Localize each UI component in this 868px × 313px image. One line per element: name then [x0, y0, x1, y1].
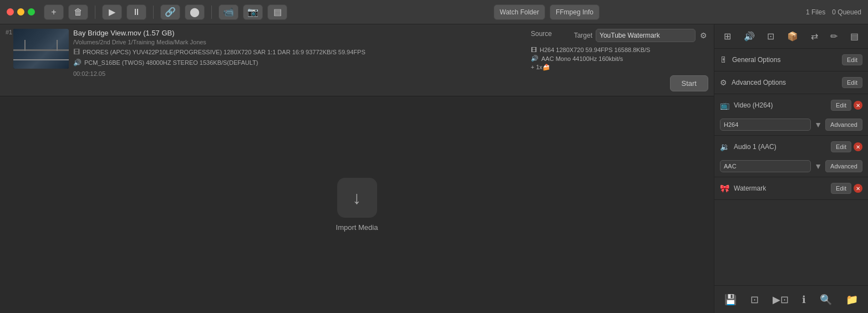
- audio-codec-chevron-icon[interactable]: ▼: [814, 162, 822, 171]
- circle-button[interactable]: ⬤: [185, 4, 205, 20]
- download-icon: ↓: [353, 188, 362, 208]
- caption-icon: ▤: [273, 7, 282, 17]
- target-audio-stream: 🔊 AAC Mono 44100Hz 160kbit/s: [531, 55, 708, 62]
- batch-icon[interactable]: ▶⊡: [770, 291, 791, 308]
- queued-count: 0 Queued: [832, 8, 861, 16]
- watermark-section-actions: Edit ✕: [831, 183, 862, 194]
- audio-section: 🔉 Audio 1 (AAC) Edit ✕ AAC ▼ Advanced: [714, 136, 868, 177]
- caption-button[interactable]: ▤: [267, 4, 287, 20]
- advanced-options-header: ⚙ Advanced Options Edit: [714, 71, 868, 94]
- file-path: /Volumes/2nd Drive 1/Training Media/Mark…: [73, 39, 526, 45]
- minimize-button[interactable]: [17, 8, 24, 16]
- target-video-stream: 🎞 H264 1280X720 59.94FPS 16588.8KB/S: [531, 47, 708, 53]
- audio-section-label: 🔉 Audio 1 (AAC): [720, 142, 776, 151]
- audio-edit-button[interactable]: Edit: [831, 141, 851, 152]
- pause-button[interactable]: ⏸: [126, 4, 146, 20]
- general-options-icon: 🎚: [720, 55, 728, 64]
- start-button[interactable]: Start: [670, 75, 708, 91]
- advanced-options-label: ⚙ Advanced Options: [720, 78, 786, 87]
- separator-2: [153, 6, 154, 19]
- export-icon[interactable]: ⊡: [748, 291, 761, 308]
- video-advanced-button[interactable]: Advanced: [825, 119, 862, 131]
- play-button[interactable]: ▶: [102, 4, 122, 20]
- watermark-edit-button[interactable]: Edit: [831, 183, 851, 194]
- close-button[interactable]: [7, 8, 14, 16]
- video-remove-button[interactable]: ✕: [854, 101, 862, 110]
- target-label: Target: [574, 32, 592, 39]
- separator-3: [211, 6, 212, 19]
- file-title: Bay Bridge View.mov (1.57 GB): [73, 29, 526, 37]
- advanced-options-section: ⚙ Advanced Options Edit: [714, 71, 868, 94]
- pause-icon: ⏸: [132, 7, 141, 17]
- video-stream-icon: 🎞: [73, 48, 80, 56]
- info-icon[interactable]: ℹ: [800, 291, 808, 308]
- video-section: 📺 Video (H264) Edit ✕ H264 ▼ Advanced: [714, 94, 868, 136]
- video-cam-button[interactable]: 📹: [219, 4, 238, 20]
- chapters-icon[interactable]: 📦: [785, 29, 800, 44]
- link-icon: 🔗: [165, 7, 176, 17]
- audio-advanced-button[interactable]: Advanced: [825, 160, 862, 172]
- audio-codec-row: AAC ▼ Advanced: [714, 158, 868, 177]
- general-options-section: 🎚 General Options Edit: [714, 49, 868, 71]
- audio-section-header: 🔉 Audio 1 (AAC) Edit ✕: [714, 136, 868, 158]
- target-settings-button[interactable]: ⚙: [699, 30, 708, 41]
- audio-section-actions: Edit ✕: [831, 141, 862, 152]
- audio-remove-button[interactable]: ✕: [854, 142, 862, 151]
- subtitle-settings-icon[interactable]: ⊡: [765, 29, 776, 44]
- right-top-icons: ⊞ 🔊 ⊡ 📦 ⇄ ✏ ▤: [714, 24, 868, 49]
- video-section-header: 📺 Video (H264) Edit ✕: [714, 94, 868, 116]
- file-thumbnail: [13, 29, 69, 69]
- search-icon[interactable]: 🔍: [818, 291, 834, 308]
- save-icon[interactable]: 💾: [722, 291, 739, 308]
- target-audio-icon: 🔊: [531, 55, 539, 62]
- circle-icon: ⬤: [190, 7, 200, 17]
- advanced-options-edit-button[interactable]: Edit: [842, 77, 862, 88]
- left-panel: #1 Bay Bridge View.mov (1.57 GB) /Volume…: [0, 24, 714, 313]
- general-options-edit-button[interactable]: Edit: [842, 54, 862, 65]
- ffmpeg-info-button[interactable]: FFmpeg Info: [550, 4, 600, 20]
- main-area: #1 Bay Bridge View.mov (1.57 GB) /Volume…: [0, 24, 868, 313]
- folder-icon[interactable]: 📁: [844, 291, 860, 308]
- general-options-header: 🎚 General Options Edit: [714, 49, 868, 71]
- watermark-section: 🎀 Watermark Edit ✕: [714, 177, 868, 200]
- advanced-options-icon: ⚙: [720, 78, 727, 87]
- drop-icon-box: ↓: [337, 178, 377, 218]
- camera-icon: 📷: [247, 7, 258, 17]
- general-options-label: 🎚 General Options: [720, 55, 780, 64]
- plus-icon: +: [51, 7, 56, 17]
- watch-folder-button[interactable]: Watch Folder: [494, 4, 545, 20]
- edit-icon[interactable]: ✏: [828, 29, 840, 44]
- target-streams: 🎞 H264 1280X720 59.94FPS 16588.8KB/S 🔊 A…: [531, 47, 708, 71]
- sync-icon[interactable]: ⇄: [809, 29, 820, 44]
- drop-zone[interactable]: ↓ Import Media: [0, 96, 714, 313]
- video-section-icon: 📺: [720, 101, 729, 110]
- target-extra: + 1x🍰: [531, 64, 708, 71]
- video-edit-button[interactable]: Edit: [831, 100, 851, 111]
- link-button[interactable]: 🔗: [160, 4, 180, 20]
- files-count: 1 Files: [806, 8, 825, 16]
- target-preset-dropdown[interactable]: YouTube Watermark: [596, 29, 696, 42]
- play-icon: ▶: [109, 7, 115, 17]
- audio-settings-icon[interactable]: 🔊: [742, 29, 757, 44]
- video-stream-info: 🎞 PRORES (APCS) YUV422P10LE(PROGRESSIVE)…: [73, 48, 526, 56]
- codec-chevron-icon[interactable]: ▼: [814, 120, 822, 129]
- watermark-section-label: 🎀 Watermark: [720, 184, 766, 193]
- add-button[interactable]: +: [44, 4, 64, 20]
- target-video-icon: 🎞: [531, 47, 537, 53]
- list-icon[interactable]: ▤: [848, 29, 861, 44]
- video-section-label: 📺 Video (H264): [720, 101, 773, 110]
- video-codec-dropdown[interactable]: H264: [720, 119, 811, 131]
- toolbar: + 🗑 ▶ ⏸ 🔗 ⬤ 📹 📷 ▤ Watch Folder FFmpeg In…: [0, 0, 868, 24]
- audio-codec-dropdown[interactable]: AAC: [720, 160, 811, 172]
- fullscreen-button[interactable]: [28, 8, 35, 16]
- video-section-actions: Edit ✕: [831, 100, 862, 111]
- audio-section-icon: 🔉: [720, 142, 729, 151]
- file-item[interactable]: #1 Bay Bridge View.mov (1.57 GB) /Volume…: [0, 24, 714, 96]
- source-label: Source: [531, 29, 552, 38]
- video-settings-icon[interactable]: ⊞: [722, 29, 733, 44]
- watermark-remove-button[interactable]: ✕: [854, 184, 862, 193]
- audio-stream-icon: 🔊: [73, 59, 82, 66]
- delete-button[interactable]: 🗑: [68, 4, 88, 20]
- import-media-label: Import Media: [336, 223, 378, 232]
- camera-button[interactable]: 📷: [243, 4, 263, 20]
